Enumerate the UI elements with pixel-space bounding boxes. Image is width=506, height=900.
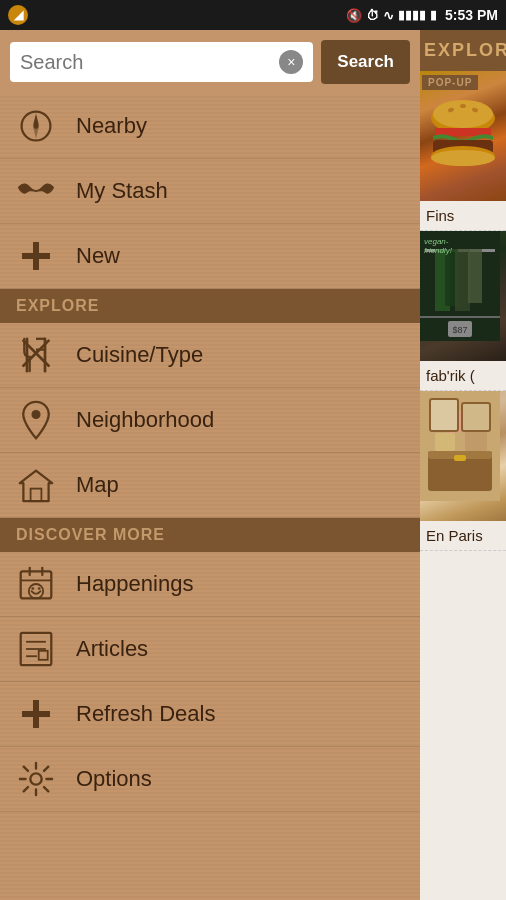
svg-rect-52 xyxy=(462,403,490,431)
compass-icon xyxy=(16,106,56,146)
happenings-label: Happenings xyxy=(76,571,193,597)
utensils-icon xyxy=(16,335,56,375)
sidebar-item-options[interactable]: Options xyxy=(0,747,420,812)
time-display: 5:53 PM xyxy=(445,7,498,23)
cuisine-label: Cuisine/Type xyxy=(76,342,203,368)
svg-rect-51 xyxy=(430,399,458,431)
app-icon: ◢ xyxy=(8,5,28,25)
fins-label: Fins xyxy=(420,201,506,230)
neighborhood-label: Neighborhood xyxy=(76,407,214,433)
clear-button[interactable]: × xyxy=(279,50,303,74)
articles-label: Articles xyxy=(76,636,148,662)
popup-badge: POP-UP xyxy=(422,75,478,90)
sidebar-item-happenings[interactable]: Happenings xyxy=(0,552,420,617)
sidebar-item-new[interactable]: New xyxy=(0,224,420,289)
status-left-icons: ◢ xyxy=(8,5,28,25)
card-fins[interactable]: POP-UP Fins xyxy=(420,71,506,231)
svg-rect-28 xyxy=(22,711,50,717)
calendar-icon xyxy=(16,564,56,604)
svg-point-38 xyxy=(431,150,495,166)
gear-icon xyxy=(16,759,56,799)
refresh-plus-icon xyxy=(16,694,56,734)
svg-rect-41 xyxy=(420,316,500,318)
svg-point-21 xyxy=(38,587,41,590)
paris-image xyxy=(420,391,506,521)
options-label: Options xyxy=(76,766,152,792)
discover-section-header: DISCOVER MORE xyxy=(0,518,420,552)
sidebar-item-neighborhood[interactable]: Neighborhood xyxy=(0,388,420,453)
card-paris[interactable]: En Paris xyxy=(420,391,506,551)
card-fabrik[interactable]: $87 vegan-friendly! fab'rik ( xyxy=(420,231,506,391)
map-label: Map xyxy=(76,472,119,498)
explore-section-header: EXPLORE xyxy=(0,289,420,323)
sidebar-item-map[interactable]: Map xyxy=(0,453,420,518)
svg-text:$87: $87 xyxy=(452,325,467,335)
right-panel-header: EXPLORE xyxy=(420,30,506,71)
sidebar: × Search Nearby My Stash xyxy=(0,30,420,900)
right-panel: EXPLORE xyxy=(420,30,506,900)
burger-image: POP-UP xyxy=(420,71,506,201)
svg-point-33 xyxy=(460,104,466,108)
sidebar-item-my-stash[interactable]: My Stash xyxy=(0,159,420,224)
svg-point-12 xyxy=(31,410,40,419)
my-stash-label: My Stash xyxy=(76,178,168,204)
svg-marker-2 xyxy=(33,113,38,127)
svg-rect-26 xyxy=(39,651,48,660)
search-input-wrap: × xyxy=(10,42,313,82)
search-input[interactable] xyxy=(20,51,279,74)
search-button[interactable]: Search xyxy=(321,40,410,84)
svg-rect-47 xyxy=(454,455,466,461)
svg-rect-49 xyxy=(465,429,487,451)
fabrik-label: fab'rik ( xyxy=(420,361,506,390)
sidebar-item-refresh-deals[interactable]: Refresh Deals xyxy=(0,682,420,747)
status-bar: ◢ 🔇 ⏱ ∿ ▮▮▮▮ ▮ 5:53 PM xyxy=(0,0,506,30)
sidebar-item-articles[interactable]: Articles xyxy=(0,617,420,682)
sidebar-item-cuisine[interactable]: Cuisine/Type xyxy=(0,323,420,388)
pin-icon xyxy=(16,400,56,440)
paris-label: En Paris xyxy=(420,521,506,550)
plus-icon xyxy=(16,236,56,276)
svg-rect-5 xyxy=(22,253,50,259)
refresh-deals-label: Refresh Deals xyxy=(76,701,215,727)
alarm-icon: ⏱ xyxy=(366,8,379,23)
status-right-icons: 🔇 ⏱ ∿ ▮▮▮▮ ▮ 5:53 PM xyxy=(346,7,498,23)
wifi-icon: ∿ xyxy=(383,8,394,23)
signal-icon: ▮▮▮▮ xyxy=(398,8,426,22)
svg-point-29 xyxy=(30,773,41,784)
sidebar-item-nearby[interactable]: Nearby xyxy=(0,94,420,159)
nearby-label: Nearby xyxy=(76,113,147,139)
svg-point-20 xyxy=(32,587,35,590)
main-layout: × Search Nearby My Stash xyxy=(0,30,506,900)
mute-icon: 🔇 xyxy=(346,8,362,23)
mustache-icon xyxy=(16,171,56,211)
battery-icon: ▮ xyxy=(430,8,437,22)
svg-rect-14 xyxy=(31,489,42,502)
svg-rect-48 xyxy=(435,433,455,451)
article-icon xyxy=(16,629,56,669)
new-label: New xyxy=(76,243,120,269)
search-bar: × Search xyxy=(0,30,420,94)
fabric-image: $87 vegan-friendly! xyxy=(420,231,506,361)
home-icon xyxy=(16,465,56,505)
svg-marker-13 xyxy=(20,471,52,502)
svg-marker-3 xyxy=(33,125,38,139)
